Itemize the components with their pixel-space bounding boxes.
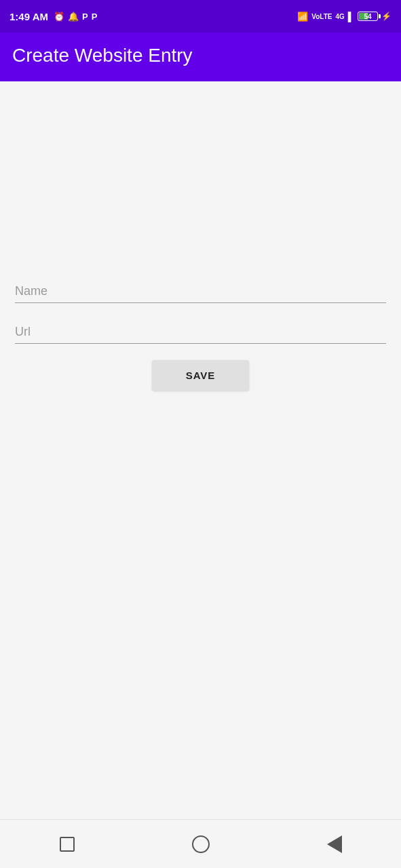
battery-container: 54 [358, 12, 378, 21]
4g-icon: 4G [335, 13, 344, 20]
home-icon [192, 835, 210, 853]
app-icon-p2: P [92, 12, 98, 22]
save-button-container: SAVE [15, 360, 386, 391]
home-button[interactable] [180, 824, 221, 865]
spacer-top [15, 81, 386, 279]
status-right: 📶 VoLTE 4G ▌ 54 ⚡ [297, 12, 392, 22]
recents-icon [60, 837, 75, 852]
status-icons-left: ⏰ 🔔 P P [54, 12, 97, 22]
status-left: 1:49 AM ⏰ 🔔 P P [9, 11, 97, 22]
battery-percent: 54 [364, 13, 371, 20]
signal-bars-icon: ▌ [348, 12, 354, 22]
form-section: SAVE [15, 279, 386, 425]
back-icon [327, 835, 342, 853]
charging-icon: ⚡ [381, 12, 392, 21]
battery-box: 54 [358, 12, 378, 21]
app-header: Create Website Entry [0, 33, 401, 81]
status-time: 1:49 AM [9, 11, 48, 22]
url-input-group [15, 319, 386, 344]
name-input[interactable] [15, 279, 386, 303]
app-icon-p1: P [82, 12, 88, 22]
name-input-group [15, 279, 386, 303]
wifi-icon: 📶 [297, 12, 308, 22]
volte-icon: VoLTE [311, 13, 332, 20]
page-title: Create Website Entry [12, 45, 389, 66]
back-button[interactable] [314, 824, 355, 865]
main-content: SAVE [0, 81, 401, 819]
recents-button[interactable] [47, 824, 88, 865]
notification-icon: 🔔 [68, 12, 79, 22]
spacer-bottom [15, 425, 386, 819]
save-button[interactable]: SAVE [152, 360, 250, 391]
url-input[interactable] [15, 319, 386, 344]
alarm-icon: ⏰ [54, 12, 64, 22]
status-bar: 1:49 AM ⏰ 🔔 P P 📶 VoLTE 4G ▌ 54 ⚡ [0, 0, 401, 33]
nav-bar [0, 819, 401, 868]
